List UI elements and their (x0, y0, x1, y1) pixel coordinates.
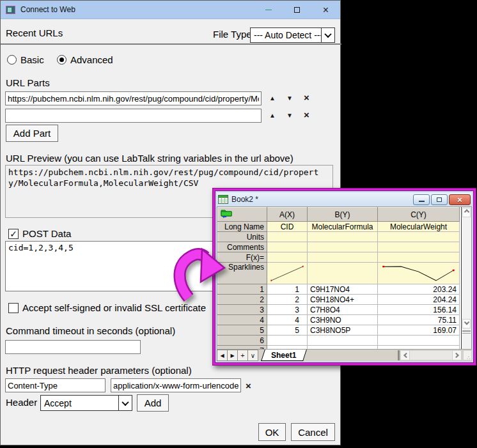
row-label-long-name[interactable]: Long Name (218, 222, 267, 232)
cell-comments-c[interactable] (378, 242, 460, 252)
cell-comments-a[interactable] (267, 242, 308, 252)
minimize-button[interactable] (254, 1, 283, 19)
hscroll-left-button[interactable] (400, 350, 410, 360)
resize-grip[interactable] (463, 350, 472, 360)
book2-minimize-button[interactable] (413, 194, 430, 205)
cell-long-name-b[interactable]: MolecularFormula (308, 222, 378, 232)
hscroll-track[interactable] (410, 350, 452, 360)
cell[interactable]: 5 (267, 325, 308, 336)
worksheet-table[interactable]: A(X) B(Y) C(Y) Long Name CID MolecularFo… (217, 207, 460, 350)
cell[interactable]: C7H8O4 (308, 305, 378, 315)
remove-part-icon[interactable]: × (304, 112, 309, 118)
cell[interactable]: 75.11 (378, 315, 460, 325)
cell[interactable]: 156.14 (378, 305, 460, 315)
cell-units-b[interactable] (308, 232, 378, 242)
header-dropdown-button[interactable] (118, 396, 132, 410)
column-header-c[interactable]: C(Y) (378, 208, 460, 222)
corner-cell[interactable] (218, 208, 267, 222)
cell-fx-a[interactable] (267, 252, 308, 263)
book2-restore-button[interactable] (431, 194, 448, 205)
file-type-select[interactable]: --- Auto Detect --- (250, 27, 335, 43)
cell-units-c[interactable] (378, 232, 460, 242)
row-number[interactable]: 5 (218, 325, 267, 336)
tab-nav-right-button[interactable]: ▶ (227, 350, 238, 361)
timeout-input[interactable] (5, 340, 141, 354)
file-type-value: --- Auto Detect --- (251, 30, 321, 40)
add-sheet-button[interactable]: + (237, 350, 248, 361)
add-header-button[interactable]: Add (137, 394, 169, 412)
move-down-icon[interactable]: ▼ (286, 95, 293, 102)
move-up-icon[interactable]: ▲ (269, 112, 276, 119)
row-number[interactable]: 6 (218, 336, 267, 346)
pane-splitter[interactable] (398, 350, 400, 360)
radio-advanced[interactable]: Advanced (57, 54, 113, 65)
add-part-button[interactable]: Add Part (6, 125, 58, 142)
sparkline-cell-b[interactable] (308, 263, 378, 284)
tab-nav-left-button[interactable]: ◀ (217, 350, 228, 361)
cell-long-name-c[interactable]: MolecularWeight (378, 222, 460, 232)
ssl-checkbox[interactable] (8, 303, 19, 313)
cell[interactable]: 2 (267, 295, 308, 305)
cell[interactable]: C9H18NO4+ (308, 295, 378, 305)
book2-titlebar[interactable]: Book2 * × (217, 192, 472, 206)
ssl-label: Accept self-signed or invalid SSL certif… (22, 302, 206, 313)
cell[interactable]: C3H8NO5P (308, 325, 378, 336)
cell-comments-b[interactable] (308, 242, 378, 252)
ok-button[interactable]: OK (258, 423, 286, 441)
scroll-up-button[interactable] (462, 208, 471, 217)
maximize-button[interactable] (283, 1, 311, 19)
cell[interactable] (308, 336, 378, 346)
chevron-up-icon (464, 209, 469, 214)
cell-long-name-a[interactable]: CID (267, 222, 308, 232)
cell[interactable]: C9H17NO4 (308, 284, 378, 295)
move-down-icon[interactable]: ▼ (286, 112, 293, 119)
cell-units-a[interactable] (267, 232, 308, 242)
check-icon: ✓ (10, 229, 17, 238)
sparkline-cell-a[interactable] (267, 263, 308, 284)
dialog-titlebar[interactable]: Connect to Web × (1, 1, 340, 19)
header-select[interactable]: Accept (40, 395, 132, 411)
book2-close-button[interactable]: × (449, 194, 471, 205)
sheet-list-button[interactable]: ∨ (247, 350, 258, 361)
hscroll-right-button[interactable] (452, 350, 462, 360)
radio-basic[interactable]: Basic (7, 54, 44, 65)
tabbar-filler (305, 350, 397, 361)
book2-frame: Book2 * × (215, 190, 474, 363)
cell-fx-c[interactable] (378, 252, 460, 263)
url-part-input-1[interactable] (5, 91, 262, 105)
remove-part-icon[interactable]: × (304, 95, 309, 101)
url-part-input-2[interactable] (5, 109, 262, 123)
move-up-icon[interactable]: ▲ (269, 95, 276, 102)
cell[interactable] (378, 336, 460, 346)
row-label-units[interactable]: Units (218, 232, 267, 242)
cell[interactable]: 169.07 (378, 325, 460, 336)
cancel-button[interactable]: Cancel (291, 423, 335, 441)
scroll-down-button[interactable] (462, 319, 471, 328)
cell[interactable]: 4 (267, 315, 308, 325)
row-number[interactable]: 4 (218, 315, 267, 325)
remove-header-icon[interactable]: × (246, 383, 251, 389)
column-header-a[interactable]: A(X) (267, 208, 308, 222)
tab-sheet1[interactable]: Sheet1 (261, 350, 307, 361)
cell[interactable]: C3H9NO (308, 315, 378, 325)
header-select-value: Accept (41, 398, 118, 408)
radio-selected-dot (59, 58, 64, 62)
cell[interactable] (267, 336, 308, 346)
sparkline-cell-c[interactable] (378, 263, 460, 284)
splitter-handle[interactable] (462, 330, 471, 334)
header-value-input[interactable] (111, 378, 241, 392)
file-type-dropdown-button[interactable] (321, 28, 334, 42)
vertical-scrollbar[interactable] (461, 207, 471, 349)
column-header-b[interactable]: B(Y) (308, 208, 378, 222)
post-data-checkbox[interactable]: ✓ (8, 229, 19, 239)
url-parts-label: URL Parts (6, 77, 50, 88)
cell[interactable]: 204.24 (378, 295, 460, 305)
cell[interactable]: 1 (267, 284, 308, 295)
row-number[interactable]: 3 (218, 305, 267, 315)
cell-fx-b[interactable] (308, 252, 378, 263)
cell[interactable]: 203.24 (378, 284, 460, 295)
cell[interactable]: 3 (267, 305, 308, 315)
header-name-input[interactable] (5, 378, 106, 392)
close-button[interactable]: × (311, 1, 340, 19)
chevron-down-icon (324, 31, 331, 38)
